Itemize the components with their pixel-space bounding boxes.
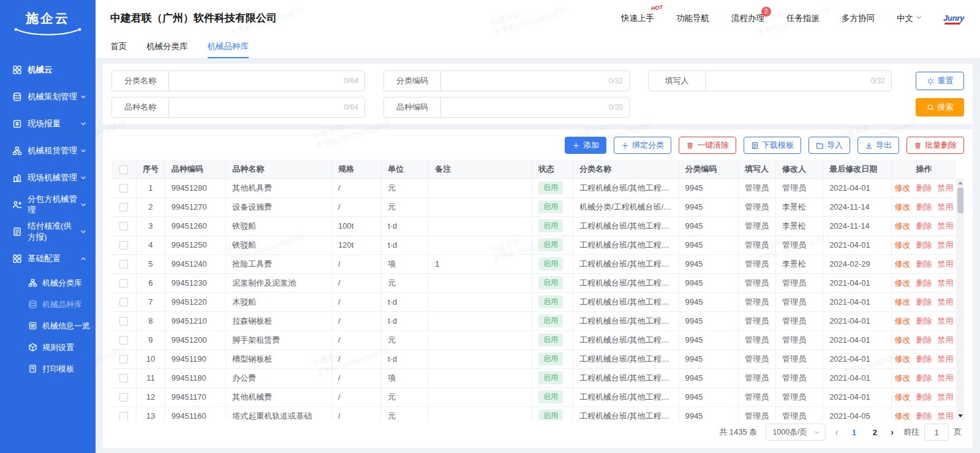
- sidebar-item-subcontractor-machinery[interactable]: 分包方机械管理: [0, 191, 96, 218]
- delete-link[interactable]: 删除: [916, 354, 932, 365]
- sidebar-item-print-template[interactable]: 打印模板: [0, 358, 96, 379]
- edit-link[interactable]: 修改: [894, 392, 910, 403]
- row-checkbox[interactable]: [119, 374, 128, 383]
- disable-link[interactable]: 禁用: [937, 240, 953, 251]
- row-checkbox[interactable]: [119, 241, 128, 249]
- delete-link[interactable]: 删除: [916, 411, 932, 421]
- disable-link[interactable]: 禁用: [937, 202, 953, 213]
- delete-link[interactable]: 删除: [916, 335, 932, 346]
- vertical-scrollbar[interactable]: [956, 178, 964, 420]
- bind-category-button[interactable]: 绑定分类: [614, 137, 671, 154]
- edit-link[interactable]: 修改: [894, 354, 910, 365]
- edit-link[interactable]: 修改: [894, 411, 910, 421]
- disable-link[interactable]: 禁用: [937, 297, 953, 308]
- delete-link[interactable]: 删除: [916, 202, 932, 213]
- disable-link[interactable]: 禁用: [937, 183, 953, 194]
- tab-category-lib[interactable]: 机械分类库: [146, 37, 188, 59]
- sidebar-item-site-reporting[interactable]: 现场报量: [0, 110, 96, 137]
- scroll-up-arrow-icon[interactable]: [956, 178, 964, 187]
- delete-link[interactable]: 删除: [916, 240, 932, 251]
- disable-link[interactable]: 禁用: [937, 278, 953, 289]
- category-name-field-input[interactable]: [169, 71, 344, 91]
- sidebar-item-machinery-variety-lib[interactable]: 机械品种库: [0, 294, 96, 315]
- nav-item-language-select[interactable]: 中文: [897, 13, 922, 24]
- batch-delete-button[interactable]: 批量删除: [907, 137, 964, 154]
- add-button[interactable]: 添加: [565, 137, 606, 154]
- sidebar-item-machinery-planning[interactable]: 机械策划管理: [0, 83, 96, 110]
- row-checkbox[interactable]: [119, 184, 128, 192]
- edit-link[interactable]: 修改: [894, 297, 910, 308]
- nav-item-multi-collab[interactable]: 多方协同: [842, 13, 875, 24]
- nav-item-quick-start[interactable]: 快速上手HOT: [621, 13, 654, 24]
- clear-all-button[interactable]: 一键清除: [679, 137, 736, 154]
- row-checkbox[interactable]: [119, 203, 128, 211]
- row-checkbox[interactable]: [119, 298, 128, 306]
- disable-link[interactable]: 禁用: [937, 221, 953, 232]
- edit-link[interactable]: 修改: [894, 278, 910, 289]
- import-button[interactable]: 导入: [809, 137, 850, 154]
- edit-link[interactable]: 修改: [894, 240, 910, 251]
- edit-link[interactable]: 修改: [894, 373, 910, 384]
- category-code-field-input[interactable]: [441, 71, 609, 91]
- edit-link[interactable]: 修改: [894, 316, 910, 327]
- reset-button[interactable]: 重置: [916, 72, 964, 90]
- disable-link[interactable]: 禁用: [937, 411, 953, 421]
- delete-link[interactable]: 删除: [916, 373, 932, 384]
- delete-link[interactable]: 删除: [916, 316, 932, 327]
- delete-link[interactable]: 删除: [916, 278, 932, 289]
- delete-link[interactable]: 删除: [916, 259, 932, 270]
- sidebar-item-machinery-info-list[interactable]: 机械信息一览: [0, 315, 96, 337]
- disable-link[interactable]: 禁用: [937, 335, 953, 346]
- row-checkbox[interactable]: [119, 260, 128, 268]
- sidebar-item-machinery-cloud[interactable]: 机械云: [0, 58, 96, 82]
- page-number-1[interactable]: 1: [848, 428, 860, 437]
- page-size-select[interactable]: 1000条/页: [766, 424, 825, 441]
- disable-link[interactable]: 禁用: [937, 392, 953, 403]
- writer-field-input[interactable]: [706, 71, 871, 91]
- sidebar-item-settlement-approval[interactable]: 结付核准(供方报): [0, 218, 96, 245]
- sidebar-item-rule-settings[interactable]: 规则设置: [0, 337, 96, 358]
- edit-link[interactable]: 修改: [894, 202, 910, 213]
- download-template-button[interactable]: 下载模板: [744, 137, 801, 154]
- goto-page-input[interactable]: [924, 424, 949, 441]
- select-all-checkbox[interactable]: [119, 166, 128, 174]
- nav-item-function-nav[interactable]: 功能导航: [676, 13, 709, 24]
- export-button[interactable]: 导出: [858, 137, 899, 154]
- sidebar-item-machinery-category-lib[interactable]: 机械分类库: [0, 272, 96, 294]
- edit-link[interactable]: 修改: [894, 183, 910, 194]
- search-button[interactable]: 搜索: [916, 98, 964, 116]
- disable-link[interactable]: 禁用: [937, 373, 953, 384]
- next-page-button[interactable]: ›: [889, 427, 895, 437]
- prev-page-button[interactable]: ‹: [834, 427, 840, 437]
- row-checkbox[interactable]: [119, 222, 128, 230]
- disable-link[interactable]: 禁用: [937, 354, 953, 365]
- delete-link[interactable]: 删除: [916, 392, 932, 403]
- row-checkbox[interactable]: [119, 317, 128, 325]
- row-checkbox[interactable]: [119, 393, 128, 402]
- delete-link[interactable]: 删除: [916, 297, 932, 308]
- nav-item-task-assign[interactable]: 任务指派: [786, 13, 820, 24]
- disable-link[interactable]: 禁用: [937, 316, 953, 327]
- disable-link[interactable]: 禁用: [937, 259, 953, 270]
- delete-link[interactable]: 删除: [916, 221, 932, 232]
- edit-link[interactable]: 修改: [894, 335, 910, 346]
- row-checkbox[interactable]: [119, 412, 128, 420]
- cell-no: 11: [137, 368, 165, 387]
- sidebar-item-site-machinery-mgmt[interactable]: 现场机械管理: [0, 164, 96, 191]
- page-number-2[interactable]: 2: [869, 428, 881, 437]
- tab-home[interactable]: 首页: [110, 37, 127, 59]
- row-checkbox[interactable]: [119, 336, 128, 345]
- variety-name-field-input[interactable]: [169, 97, 344, 117]
- row-checkbox[interactable]: [119, 355, 128, 364]
- nav-item-process-handling[interactable]: 流程办理2: [731, 13, 764, 24]
- sidebar-item-basic-config[interactable]: 基础配置: [0, 245, 96, 272]
- scrollbar-thumb[interactable]: [957, 188, 963, 213]
- row-checkbox[interactable]: [119, 279, 128, 287]
- sidebar-item-machinery-leasing[interactable]: 机械租赁管理: [0, 137, 96, 164]
- delete-link[interactable]: 删除: [916, 183, 932, 194]
- scroll-down-arrow-icon[interactable]: [956, 411, 964, 420]
- tab-variety-lib[interactable]: 机械品种库: [208, 37, 249, 59]
- variety-code-field-input[interactable]: [441, 97, 609, 117]
- edit-link[interactable]: 修改: [894, 259, 910, 270]
- edit-link[interactable]: 修改: [894, 221, 910, 232]
